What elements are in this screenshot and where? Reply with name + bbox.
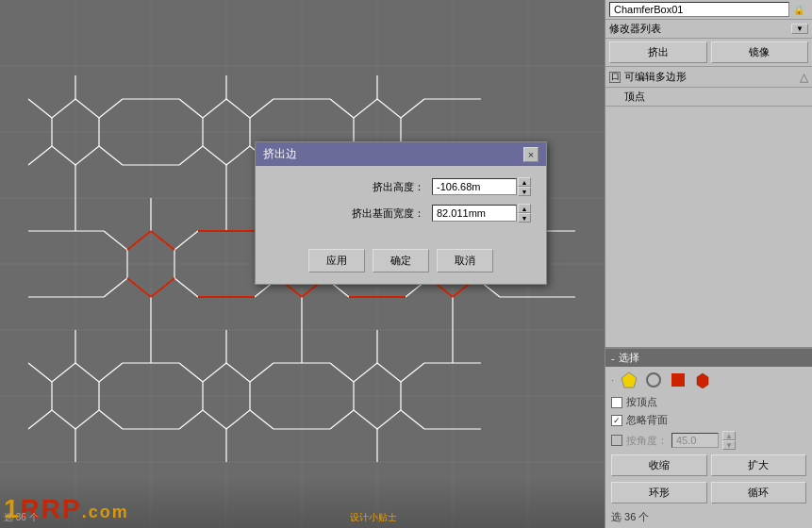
- angle-input[interactable]: [671, 433, 719, 448]
- poly-checkbox[interactable]: 口: [609, 72, 621, 83]
- selection-icons-row: ·: [605, 367, 812, 393]
- editable-poly-label: 可编辑多边形: [624, 70, 800, 84]
- ring-loop-row: 环形 循环: [605, 479, 812, 506]
- height-label: 挤出高度：: [271, 180, 432, 194]
- width-input[interactable]: [432, 205, 517, 222]
- right-panel: 🔒 修改器列表 ▼ 挤出 镜像 口 可编辑多边形 △ 顶点 - 选择: [605, 0, 812, 528]
- loop-button[interactable]: 循环: [711, 482, 807, 503]
- svg-point-123: [647, 373, 660, 387]
- vertex-label: 顶点: [624, 91, 645, 102]
- selection-count: 选 36 个: [605, 506, 812, 528]
- editable-poly-row: 口 可编辑多边形 △: [605, 67, 812, 88]
- dialog-close-button[interactable]: ×: [523, 147, 539, 162]
- count-text: 选 36 个: [611, 511, 649, 522]
- angle-spin-down[interactable]: ▼: [722, 440, 736, 450]
- dialog-buttons-row: 应用 确定 取消: [256, 241, 546, 284]
- spacer: [605, 107, 812, 347]
- angle-spin-up[interactable]: ▲: [722, 431, 736, 440]
- modifier-list-label: 修改器列表: [609, 22, 791, 36]
- height-field-row: 挤出高度： ▲ ▼: [271, 177, 531, 196]
- extrude-edge-dialog: 挤出边 × 挤出高度： ▲ ▼: [255, 141, 547, 285]
- dialog-title-text: 挤出边: [263, 146, 297, 162]
- vertex-row: 顶点: [605, 88, 812, 107]
- height-spin-up[interactable]: ▲: [518, 177, 531, 187]
- selection-label: 选择: [619, 351, 639, 365]
- object-name-input[interactable]: [609, 2, 789, 17]
- object-name-row: 🔒: [605, 0, 812, 20]
- selection-dash: -: [611, 353, 615, 364]
- dialog-body: 挤出高度： ▲ ▼ 挤出基面宽度：: [256, 166, 546, 241]
- select-cube-icon[interactable]: [693, 371, 712, 389]
- selection-header: - 选择: [605, 349, 812, 367]
- viewport-count: 选 36 个: [4, 511, 39, 524]
- ignore-back-row: 忽略背面: [605, 411, 812, 429]
- modifier-dropdown[interactable]: ▼: [791, 24, 808, 34]
- ring-button[interactable]: 环形: [611, 482, 707, 503]
- select-loop-icon[interactable]: [644, 371, 663, 389]
- dotted-icon: ·: [611, 375, 614, 386]
- ok-button[interactable]: 确定: [373, 249, 429, 272]
- by-angle-checkbox[interactable]: [611, 435, 622, 446]
- svg-rect-124: [671, 373, 685, 387]
- width-label: 挤出基面宽度：: [271, 206, 432, 221]
- watermark-area: 1RRP.com 设计小贴士 选 36 个: [0, 476, 605, 528]
- shrink-expand-row: 收缩 扩大: [605, 452, 812, 479]
- select-square-icon[interactable]: [669, 371, 688, 389]
- height-input[interactable]: [432, 178, 517, 195]
- height-input-group: ▲ ▼: [432, 177, 531, 196]
- svg-marker-122: [621, 372, 637, 388]
- by-vertex-label: 按顶点: [626, 395, 657, 409]
- extrude-button[interactable]: 挤出: [609, 41, 707, 63]
- modifier-list-row: 修改器列表 ▼: [605, 20, 812, 39]
- width-input-group: ▲ ▼: [432, 204, 531, 223]
- angle-spinner[interactable]: ▲ ▼: [722, 431, 736, 450]
- selection-section: - 选择 ·: [605, 347, 812, 528]
- mirror-button[interactable]: 镜像: [711, 41, 809, 63]
- by-vertex-checkbox[interactable]: [611, 397, 622, 408]
- width-spinner[interactable]: ▲ ▼: [518, 204, 531, 223]
- viewport-3d[interactable]: 1RRP.com 设计小贴士 选 36 个 挤出边 × 挤出高度：: [0, 0, 605, 528]
- width-spin-down[interactable]: ▼: [518, 213, 531, 223]
- ignore-back-checkbox[interactable]: [611, 415, 622, 426]
- cancel-button[interactable]: 取消: [437, 249, 493, 272]
- width-field-row: 挤出基面宽度： ▲ ▼: [271, 204, 531, 223]
- select-polygon-icon[interactable]: [620, 371, 638, 389]
- dialog-titlebar: 挤出边 ×: [256, 142, 546, 166]
- by-angle-label: 按角度：: [626, 434, 668, 448]
- svg-marker-125: [697, 373, 708, 388]
- watermark-subtitle: 设计小贴士: [350, 511, 397, 524]
- width-spin-up[interactable]: ▲: [518, 204, 531, 213]
- extrude-mirror-row: 挤出 镜像: [605, 39, 812, 67]
- height-spinner[interactable]: ▲ ▼: [518, 177, 531, 196]
- apply-button[interactable]: 应用: [308, 249, 365, 272]
- by-angle-row: 按角度： ▲ ▼: [605, 429, 812, 452]
- pencil-icon: △: [800, 71, 808, 84]
- expand-button[interactable]: 扩大: [711, 454, 807, 476]
- lock-icon[interactable]: 🔒: [789, 5, 808, 15]
- shrink-button[interactable]: 收缩: [611, 454, 707, 476]
- height-spin-down[interactable]: ▼: [518, 187, 531, 196]
- by-vertex-row: 按顶点: [605, 393, 812, 411]
- ignore-back-label: 忽略背面: [626, 413, 668, 427]
